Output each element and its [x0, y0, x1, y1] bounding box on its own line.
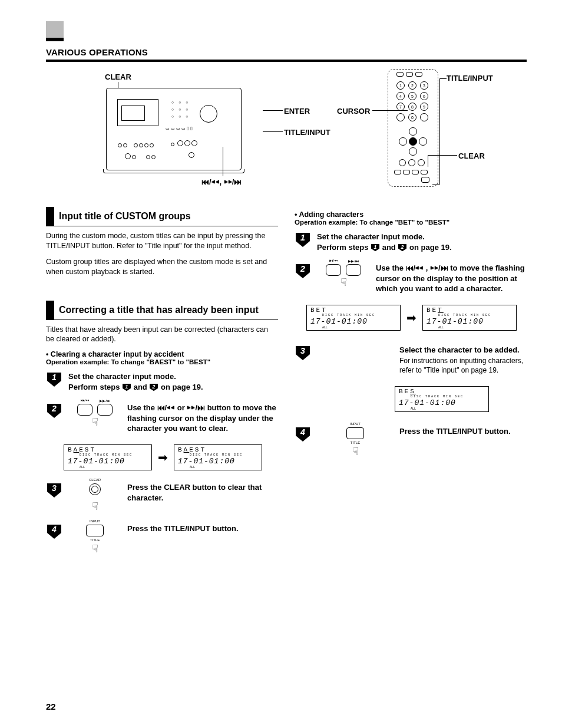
left-step-4: 4 INPUT TITLE ☟ Press the TITLE/INPUT bu…: [46, 523, 278, 555]
svg-text:1: 1: [52, 373, 57, 382]
right-column: • Adding characters Operation example: T…: [295, 207, 527, 566]
skip-buttons-icon: ⏮/◀◀ ▶▶/⏭ ☟: [317, 263, 370, 294]
left-step-1: 1 Set the character input mode. Perform …: [46, 371, 278, 392]
left-step4-title: Press the TITLE/INPUT button.: [127, 523, 278, 534]
op-example-left: Operation example: To change "BAEST" to …: [46, 358, 278, 365]
hand-icon: ☟: [340, 277, 347, 288]
step-badge-4: 4: [295, 426, 311, 440]
lcd-bet-2: BET DISC TRACK MIN SEC 17-01-01:00 ALL: [422, 305, 517, 331]
step-badge-3: 3: [295, 345, 311, 359]
label-remote-clear: CLEAR: [458, 151, 485, 160]
hand-icon: ☟: [352, 446, 359, 457]
svg-text:1: 1: [300, 233, 305, 242]
label-seek: ⏮/◀◀, ▶▶/⏭: [201, 177, 242, 186]
lcd-row-right-1: BET DISC TRACK MIN SEC 17-01-01:00 ALL ➡…: [306, 305, 527, 331]
bullet-adding: • Adding characters: [295, 210, 527, 219]
para-3: Titles that have already been input can …: [46, 325, 278, 345]
left-step-3: 3 CLEAR ☟ Press the CLEAR button to clea…: [46, 482, 278, 513]
step-badge-1: 1: [295, 232, 311, 246]
section-correcting-title: Correcting a title that has already been…: [46, 301, 278, 320]
left-step2-title: Use the ⏮/◀◀ or ▶▶/⏭ button to move the …: [127, 403, 278, 434]
lcd-bes: BES DISC TRACK MIN SEC 17-01-01:00 ALL: [395, 386, 489, 412]
right-step4-title: Press the TITLE/INPUT button.: [399, 426, 527, 437]
label-enter: ENTER: [284, 107, 310, 116]
label-remote-titleinput: TITLE/INPUT: [447, 74, 493, 83]
label-cursor: CURSOR: [337, 107, 370, 116]
right-step1-title: Set the character input mode.: [317, 232, 527, 242]
svg-text:3: 3: [52, 483, 57, 493]
step-badge-2: 2: [46, 403, 62, 417]
hand-icon: ☟: [92, 417, 98, 427]
label-clear: CLEAR: [105, 73, 131, 81]
arrow-icon: ➡: [406, 311, 416, 325]
step-badge-2: 2: [295, 263, 311, 277]
device-diagram: CLEAR ENTER TITLE/INPUT ○ ○ ○ ○ ○ ○ ○ ○ …: [46, 74, 527, 203]
svg-text:4: 4: [51, 525, 57, 534]
right-step-3: 3 Select the character to be added. For …: [295, 345, 527, 375]
step-badge-3: 3: [46, 482, 62, 496]
left-column: Input title of CUSTOM groups During the …: [46, 207, 278, 566]
skip-buttons-icon: ⏮/◀◀ ▶▶/⏭ ☟: [68, 403, 121, 434]
page-tab: [46, 21, 64, 38]
right-step-1: 1 Set the character input mode. Perform …: [295, 232, 527, 252]
clear-button-icon: CLEAR ☟: [68, 482, 121, 513]
heading-correcting: Correcting a title that has already been…: [59, 301, 259, 319]
lcd-baest-1: BAEST DISC TRACK MIN SEC 17-01-01:00 ALL: [64, 444, 152, 470]
device-illustration: ○ ○ ○ ○ ○ ○ ○ ○ ○ ▭ ▭ ▭ ▭ ▯ ▯: [106, 88, 242, 170]
svg-text:2: 2: [401, 244, 404, 250]
svg-text:2: 2: [152, 384, 156, 390]
page-number: 22: [46, 701, 56, 711]
lcd-baest-2: BAEST DISC TRACK MIN SEC 17-01-01:00 ALL: [174, 444, 262, 470]
step-badge-4: 4: [46, 523, 62, 538]
hand-icon: ☟: [92, 501, 98, 512]
bullet-clearing: • Clearing a character input by accident: [46, 350, 278, 358]
title-input-button-icon: INPUT TITLE ☟: [68, 523, 121, 555]
label-titleinput: TITLE/INPUT: [284, 128, 330, 137]
para-2: Custom group titles are displayed when t…: [46, 257, 278, 277]
section-custom-groups: Input title of CUSTOM groups: [46, 207, 278, 226]
svg-text:1: 1: [374, 244, 377, 250]
hand-icon: ☟: [92, 543, 98, 554]
svg-text:1: 1: [125, 384, 128, 390]
right-step-4: 4 INPUT TITLE ☟ Press the TITLE/INPUT bu…: [295, 426, 527, 458]
right-step3-desc: For instructions on inputting characters…: [399, 356, 527, 375]
lcd-row-left: BAEST DISC TRACK MIN SEC 17-01-01:00 ALL…: [64, 444, 278, 470]
section-title: VARIOUS OPERATIONS: [46, 47, 148, 57]
right-step3-title: Select the character to be added.: [399, 345, 527, 355]
left-step-2: 2 ⏮/◀◀ ▶▶/⏭ ☟ Use the ⏮/◀◀ or ▶▶/⏭ butto…: [46, 403, 278, 434]
remote-illustration: 123 456 789 0: [388, 69, 438, 187]
arrow-icon: ➡: [158, 450, 168, 465]
left-step1-title: Set the character input mode.: [68, 371, 278, 382]
left-step1-sub: Perform steps 1 and 2 on page 19.: [68, 382, 278, 393]
title-input-button-icon: INPUT TITLE ☟: [317, 426, 394, 458]
right-step-2: 2 ⏮/◀◀ ▶▶/⏭ ☟ Use the ⏮/◀◀ , ▶▶/⏭ to mov…: [295, 263, 527, 294]
svg-text:4: 4: [300, 427, 305, 437]
svg-text:2: 2: [300, 264, 305, 274]
lcd-bet-1: BET DISC TRACK MIN SEC 17-01-01:00 ALL: [306, 305, 401, 331]
left-step3-title: Press the CLEAR button to clear that cha…: [127, 482, 278, 503]
svg-text:3: 3: [300, 346, 305, 355]
step-badge-1: 1: [46, 371, 62, 386]
op-example-right: Operation example: To change "BET" to "B…: [295, 219, 527, 226]
heading-custom-groups: Input title of CUSTOM groups: [59, 207, 191, 226]
right-step1-sub: Perform steps 1 and 2 on page 19.: [317, 242, 527, 253]
para-1: During the custom mode, custom titles ca…: [46, 231, 278, 251]
svg-text:2: 2: [51, 404, 57, 413]
section-header: VARIOUS OPERATIONS: [46, 47, 527, 62]
right-step2-title: Use the ⏮/◀◀ , ▶▶/⏭ to move the flashing…: [376, 263, 527, 294]
